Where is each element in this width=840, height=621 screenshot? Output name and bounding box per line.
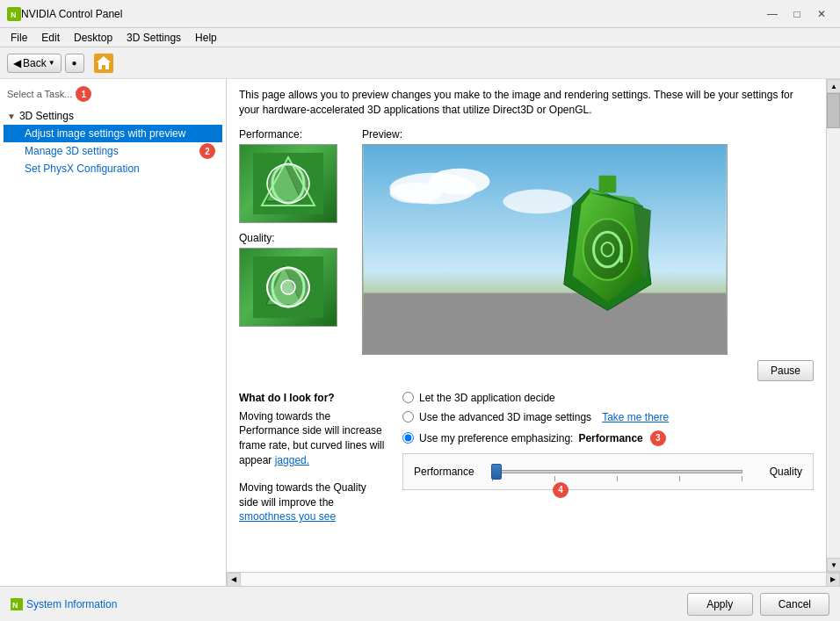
svg-rect-17: [364, 292, 727, 353]
badge-4: 4: [553, 482, 568, 498]
radio-app-decide[interactable]: [402, 392, 414, 403]
menu-help[interactable]: Help: [188, 30, 224, 46]
take-me-there-link[interactable]: Take me there: [602, 411, 669, 423]
main-layout: Select a Task... 1 ▼ 3D Settings Adjust …: [0, 79, 840, 586]
option-advanced[interactable]: Use the advanced 3D image settings Take …: [402, 411, 814, 423]
sidebar-item-manage-3d[interactable]: Manage 3D settings: [4, 142, 199, 160]
performance-label: Performance:: [239, 128, 344, 141]
sidebar-item-physx[interactable]: Set PhysX Configuration: [4, 160, 222, 177]
svg-rect-25: [598, 175, 616, 192]
info-para2: Moving towards the Quality side will imp…: [239, 480, 388, 524]
sidebar-section-header: ▼ 3D Settings: [4, 107, 222, 125]
action-buttons: Apply Cancel: [687, 593, 829, 616]
window-controls: — □ ✕: [761, 5, 833, 23]
cancel-button[interactable]: Cancel: [760, 593, 829, 616]
menu-desktop[interactable]: Desktop: [67, 30, 119, 46]
slider-quality-label: Quality: [749, 466, 802, 478]
h-scroll-track[interactable]: [241, 573, 826, 586]
bottom-bar: N System Information Apply Cancel: [0, 586, 840, 621]
sidebar-item-adjust-image[interactable]: Adjust image settings with preview: [4, 125, 222, 142]
svg-text:N: N: [12, 601, 18, 610]
sidebar-section-3d: ▼ 3D Settings Adjust image settings with…: [0, 105, 226, 179]
dropdown-icon[interactable]: ▼: [48, 59, 55, 67]
minimize-button[interactable]: —: [761, 5, 784, 23]
slider-track[interactable]: [491, 470, 742, 473]
close-button[interactable]: ✕: [810, 5, 833, 23]
quality-label: Quality:: [239, 232, 344, 244]
svg-point-16: [503, 189, 572, 213]
menu-file[interactable]: File: [4, 30, 34, 46]
section-label: 3D Settings: [19, 110, 74, 122]
app-icon: N: [7, 7, 21, 21]
apply-button[interactable]: Apply: [687, 593, 753, 616]
preview-label: Preview:: [362, 128, 814, 141]
info-title: What do I look for?: [239, 392, 388, 404]
collapse-icon[interactable]: ▼: [7, 112, 16, 121]
forward-icon: ●: [72, 58, 77, 68]
svg-point-15: [389, 182, 442, 203]
content-inner: This page allows you to preview changes …: [227, 79, 826, 572]
titlebar: N NVIDIA Control Panel — □ ✕: [0, 0, 840, 28]
opt3-emphasis: Performance: [578, 432, 642, 444]
sidebar-task-label: Select a Task... 1: [0, 83, 226, 105]
sidebar: Select a Task... 1 ▼ 3D Settings Adjust …: [0, 79, 227, 586]
menu-3dsettings[interactable]: 3D Settings: [119, 30, 188, 46]
performance-thumbnail: [239, 144, 337, 223]
preview-col: Preview:: [362, 128, 814, 381]
option-app-decide[interactable]: Let the 3D application decide: [402, 392, 814, 404]
smoothness-link[interactable]: smoothness you see: [239, 510, 336, 523]
slider-area: Performance Quality: [402, 453, 814, 490]
quality-thumbnail: [239, 248, 337, 327]
slider-thumb[interactable]: [491, 464, 502, 480]
scroll-down-arrow[interactable]: ▼: [827, 558, 840, 572]
slider-performance-label: Performance: [414, 466, 484, 478]
opt1-label: Let the 3D application decide: [419, 392, 555, 404]
home-button[interactable]: [91, 51, 116, 76]
toolbar: ◀ Back ▼ ●: [0, 47, 840, 79]
info-options-section: What do I look for? Moving towards the P…: [239, 392, 814, 525]
radio-my-pref[interactable]: [402, 432, 414, 444]
svg-text:N: N: [11, 11, 17, 19]
scroll-left-arrow[interactable]: ◀: [227, 573, 241, 587]
performance-thumb-svg: [253, 153, 323, 214]
opt2-label: Use the advanced 3D image settings: [419, 411, 591, 423]
scroll-right-arrow[interactable]: ▶: [826, 573, 840, 587]
pause-button[interactable]: Pause: [757, 360, 814, 381]
preview-3d-scene: [363, 145, 727, 354]
horizontal-scrollbar: ◀ ▶: [227, 572, 840, 586]
info-para1: Moving towards the Performance side will…: [239, 409, 388, 468]
radio-advanced[interactable]: [402, 411, 414, 422]
back-button[interactable]: ◀ Back ▼: [7, 54, 62, 73]
jagged-link[interactable]: jagged.: [275, 454, 309, 466]
window-title: NVIDIA Control Panel: [21, 8, 761, 20]
description-text: This page allows you to preview changes …: [239, 88, 814, 118]
scroll-track[interactable]: [827, 93, 840, 558]
forward-button[interactable]: ●: [65, 54, 84, 73]
svg-point-11: [281, 280, 295, 294]
system-info-icon: N: [11, 598, 23, 610]
system-info-link[interactable]: N System Information: [11, 598, 117, 610]
back-icon: ◀: [13, 57, 21, 69]
preview-section: Performance: Quality:: [239, 128, 814, 381]
system-info-label: System Information: [26, 598, 117, 610]
home-icon: [94, 54, 113, 73]
badge-2: 2: [199, 143, 215, 159]
option-my-preference[interactable]: Use my preference emphasizing: Performan…: [402, 432, 643, 444]
options-col: Let the 3D application decide Use the ad…: [402, 392, 814, 525]
vertical-scrollbar: ▲ ▼: [826, 79, 840, 572]
scroll-up-arrow[interactable]: ▲: [827, 79, 840, 93]
thumbnails-col: Performance: Quality:: [239, 128, 344, 381]
badge-3: 3: [650, 430, 666, 446]
quality-thumb-svg: [253, 256, 323, 318]
menubar: File Edit Desktop 3D Settings Help: [0, 28, 840, 47]
svg-point-21: [583, 219, 633, 279]
maximize-button[interactable]: □: [786, 5, 808, 23]
menu-edit[interactable]: Edit: [34, 30, 67, 46]
scroll-thumb[interactable]: [827, 93, 840, 128]
info-left: What do I look for? Moving towards the P…: [239, 392, 388, 525]
opt3-prefix: Use my preference emphasizing:: [419, 432, 573, 444]
badge-1: 1: [76, 86, 91, 102]
preview-canvas: [362, 144, 728, 355]
content-area: This page allows you to preview changes …: [227, 79, 840, 586]
back-label: Back: [23, 57, 47, 69]
